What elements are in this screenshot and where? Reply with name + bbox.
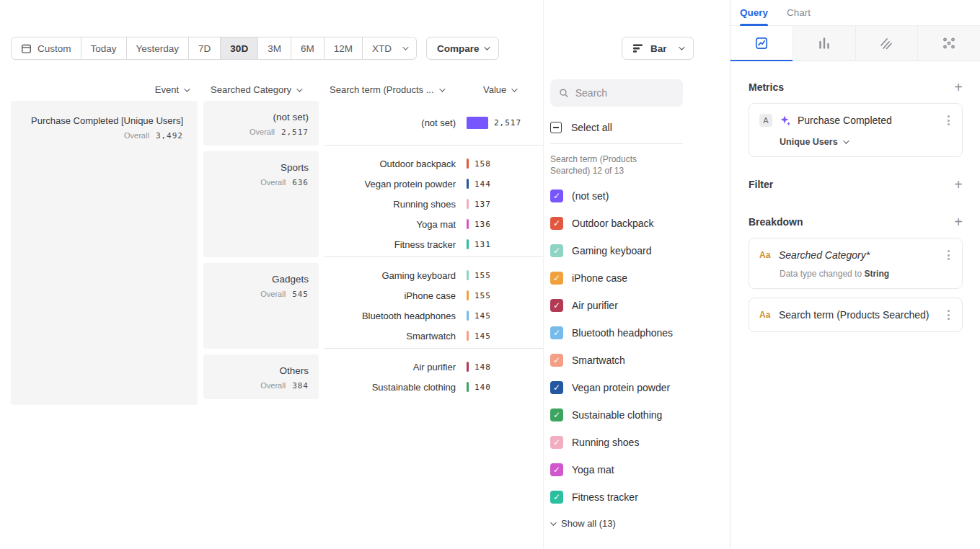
series-checkbox[interactable]: ✓ bbox=[550, 463, 563, 476]
term-row[interactable]: Outdoor backpack158 bbox=[325, 153, 543, 174]
range-label: 6M bbox=[301, 43, 314, 54]
date-range-group: CustomTodayYesterday7D30D3M6M12MXTD bbox=[11, 37, 417, 60]
event-cell[interactable]: Purchase Completed [Unique Users] Overal… bbox=[11, 101, 198, 405]
legend-item[interactable]: ✓Sustainable clothing bbox=[550, 401, 730, 429]
metric-card[interactable]: A Purchase Completed Unique Users bbox=[749, 103, 963, 157]
legend-item[interactable]: ✓(not set) bbox=[550, 182, 730, 210]
search-icon bbox=[559, 87, 569, 99]
legend-item[interactable]: ✓Running shoes bbox=[550, 429, 730, 456]
range-30d[interactable]: 30D bbox=[221, 37, 258, 60]
series-label: Running shoes bbox=[572, 437, 639, 448]
series-checkbox[interactable]: ✓ bbox=[550, 491, 563, 504]
legend-item[interactable]: ✓Gaming keyboard bbox=[550, 237, 730, 264]
range-yesterday[interactable]: Yesterday bbox=[127, 37, 190, 60]
range-label: 30D bbox=[230, 43, 248, 54]
toolbar: CustomTodayYesterday7D30D3M6M12MXTD Comp… bbox=[11, 37, 499, 60]
legend-item[interactable]: ✓Outdoor backpack bbox=[550, 210, 730, 237]
category-name: Gadgets bbox=[211, 274, 309, 285]
term-rows: Gaming keyboard155iPhone case155Bluetoot… bbox=[325, 263, 543, 349]
term-row[interactable]: Bluetooth headphones145 bbox=[325, 305, 543, 326]
legend-item[interactable]: ✓Fitness tracker bbox=[550, 483, 730, 511]
category-cell[interactable]: (not set)Overall2,517 bbox=[203, 101, 319, 146]
term-value: 158 bbox=[474, 159, 491, 169]
category-cell[interactable]: GadgetsOverall545 bbox=[203, 263, 319, 349]
term-row[interactable]: iPhone case155 bbox=[325, 285, 543, 305]
series-label: Vegan protein powder bbox=[572, 382, 670, 393]
term-row[interactable]: Gaming keyboard155 bbox=[325, 265, 543, 285]
measure-selector[interactable]: Unique Users bbox=[780, 137, 952, 147]
column-header-search-term[interactable]: Search term (Products ... bbox=[330, 84, 483, 95]
series-checkbox[interactable]: ✓ bbox=[550, 217, 563, 230]
category-cell[interactable]: OthersOverall384 bbox=[203, 354, 319, 399]
search-box[interactable] bbox=[550, 79, 683, 107]
term-row[interactable]: Yoga mat136 bbox=[325, 214, 543, 234]
column-header-event[interactable]: Event bbox=[11, 84, 188, 95]
breakdown-menu-button[interactable] bbox=[945, 248, 952, 262]
value-bar bbox=[467, 331, 469, 341]
metric-menu-button[interactable] bbox=[945, 113, 952, 128]
view-tab-retention[interactable] bbox=[856, 26, 919, 61]
term-row[interactable]: Sustainable clothing140 bbox=[325, 377, 543, 397]
view-tab-flows[interactable] bbox=[918, 26, 980, 61]
show-all-button[interactable]: Show all (13) bbox=[550, 518, 730, 529]
legend-item[interactable]: ✓Yoga mat bbox=[550, 456, 730, 483]
series-checkbox[interactable]: ✓ bbox=[550, 409, 563, 421]
legend-item[interactable]: ✓Air purifier bbox=[550, 292, 730, 319]
select-all-checkbox-indeterminate[interactable] bbox=[550, 122, 562, 133]
legend-item[interactable]: ✓iPhone case bbox=[550, 264, 730, 292]
series-checkbox[interactable]: ✓ bbox=[550, 189, 563, 202]
category-name: Others bbox=[211, 365, 309, 376]
term-label: Yoga mat bbox=[325, 219, 456, 230]
divider bbox=[550, 143, 683, 144]
range-3m[interactable]: 3M bbox=[258, 37, 291, 60]
term-row[interactable]: Vegan protein powder144 bbox=[325, 174, 543, 194]
value-bar bbox=[467, 179, 469, 189]
metric-letter-badge: A bbox=[759, 114, 772, 127]
data-type-note: Data type changed to String bbox=[780, 269, 952, 279]
series-checkbox[interactable]: ✓ bbox=[550, 299, 563, 312]
category-cell[interactable]: SportsOverall636 bbox=[203, 151, 319, 257]
add-filter-button[interactable]: + bbox=[954, 177, 963, 192]
range-xtd[interactable]: XTD bbox=[363, 37, 417, 60]
term-row[interactable]: (not set)2,517 bbox=[325, 113, 543, 133]
term-value: 136 bbox=[474, 220, 491, 229]
breakdown-card[interactable]: Aa Search term (Products Searched) bbox=[749, 298, 963, 332]
series-checkbox[interactable]: ✓ bbox=[550, 436, 563, 449]
series-checkbox[interactable]: ✓ bbox=[550, 244, 563, 257]
insights-icon bbox=[754, 36, 769, 50]
legend-item[interactable]: ✓Smartwatch bbox=[550, 347, 730, 374]
add-metric-button[interactable]: + bbox=[954, 80, 963, 94]
series-checkbox[interactable]: ✓ bbox=[550, 272, 563, 285]
legend-item[interactable]: ✓Vegan protein powder bbox=[550, 374, 730, 401]
series-checkbox[interactable]: ✓ bbox=[550, 381, 563, 394]
term-row[interactable]: Fitness tracker131 bbox=[325, 234, 543, 254]
tab-query[interactable]: Query bbox=[740, 0, 768, 25]
view-tab-insights[interactable] bbox=[730, 26, 793, 61]
term-row[interactable]: Running shoes137 bbox=[325, 194, 543, 214]
tab-chart[interactable]: Chart bbox=[787, 0, 811, 25]
range-6m[interactable]: 6M bbox=[291, 37, 325, 60]
range-custom[interactable]: Custom bbox=[11, 37, 81, 60]
range-7d[interactable]: 7D bbox=[189, 37, 221, 60]
search-input[interactable] bbox=[575, 87, 674, 99]
metrics-title: Metrics bbox=[749, 81, 784, 93]
column-header-searched-category[interactable]: Searched Category bbox=[211, 84, 330, 95]
breakdown-menu-button[interactable] bbox=[945, 308, 952, 322]
term-row[interactable]: Smartwatch145 bbox=[325, 326, 543, 346]
legend-item[interactable]: ✓Bluetooth headphones bbox=[550, 319, 730, 347]
category-name: (not set) bbox=[211, 112, 309, 122]
column-header-value[interactable]: Value bbox=[483, 84, 516, 95]
range-12m[interactable]: 12M bbox=[325, 37, 363, 60]
series-label: Yoga mat bbox=[572, 464, 614, 476]
view-tab-funnels[interactable] bbox=[793, 26, 856, 61]
term-value: 145 bbox=[474, 331, 491, 341]
series-checkbox[interactable]: ✓ bbox=[550, 354, 563, 367]
overall-value: 384 bbox=[292, 381, 309, 390]
range-today[interactable]: Today bbox=[81, 37, 127, 60]
term-row[interactable]: Air purifier148 bbox=[325, 357, 543, 377]
select-all[interactable]: Select all bbox=[550, 122, 730, 133]
add-breakdown-button[interactable]: + bbox=[954, 215, 963, 229]
breakdown-card[interactable]: Aa Searched Category* Data type changed … bbox=[749, 238, 963, 289]
series-checkbox[interactable]: ✓ bbox=[550, 326, 563, 339]
compare-button[interactable]: Compare bbox=[426, 37, 500, 60]
